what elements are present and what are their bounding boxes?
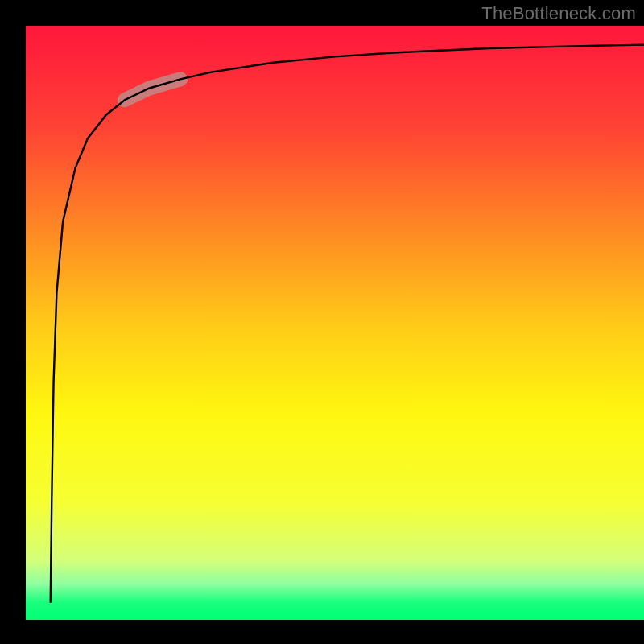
chart-container: TheBottleneck.com [0, 0, 644, 644]
curve-layer [26, 26, 644, 620]
watermark-text: TheBottleneck.com [481, 3, 636, 24]
plot-area [26, 26, 644, 620]
curve-line [51, 45, 644, 602]
